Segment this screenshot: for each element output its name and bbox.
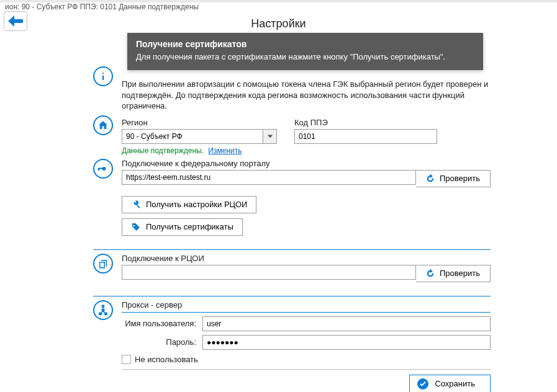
key-icon [93,159,113,179]
region-confirm: Данные подтверждены. Изменить [122,146,277,155]
back-button[interactable] [4,11,27,31]
refresh-icon [426,174,435,183]
federal-label: Подключение к федеральному порталу [122,159,491,168]
svg-rect-1 [102,308,105,311]
federal-check-button[interactable]: Проверить [416,170,491,187]
rcoi-input[interactable] [122,265,416,280]
get-settings-label: Получить настройки РЦОИ [146,200,247,209]
divider [122,312,491,313]
federal-check-label: Проверить [440,174,480,183]
proxy-user-label: Имя пользователя: [122,319,196,328]
proxy-user-input[interactable] [202,316,491,331]
dont-use-checkbox[interactable] [122,355,131,364]
svg-rect-3 [104,312,107,314]
info-text: При выполнении авторизации с помощью ток… [122,79,491,112]
copy-icon [93,254,113,274]
save-button[interactable]: Сохранить [409,375,491,392]
region-confirm-ok: Данные подтверждены. [122,146,204,155]
proxy-heading: Прокси - сервер [122,300,491,310]
dont-use-label: Не использовать [135,355,198,364]
tag-icon [131,222,141,232]
ppe-label: Код ППЭ [294,118,437,127]
check-circle-icon [417,378,428,390]
region-value[interactable] [122,130,263,143]
get-certs-label: Получить сертификаты [146,222,233,231]
rcoi-label: Подключение к РЦОИ [122,254,491,263]
page-title: Настройки [0,17,557,30]
svg-rect-0 [102,305,105,307]
divider [93,249,491,250]
divider [122,369,491,370]
tooltip-get-certs: Получение сертификатов Для получения пак… [127,33,483,70]
get-settings-button[interactable]: Получить настройки РЦОИ [122,196,256,213]
get-certs-button[interactable]: Получить сертификаты [122,218,243,236]
rcoi-check-label: Проверить [440,269,480,278]
divider [93,296,491,296]
chevron-down-icon[interactable] [263,130,276,143]
arrow-left-icon [8,16,23,27]
home-icon [93,115,113,135]
region-label: Регион [122,118,277,127]
tooltip-title: Получение сертификатов [136,39,474,49]
region-select[interactable] [122,129,277,144]
proxy-pass-label: Пароль: [122,337,196,347]
federal-url-input[interactable] [122,170,416,185]
info-icon [93,66,113,86]
ppe-input[interactable] [294,129,437,144]
region-change-link[interactable]: Изменить [208,146,242,155]
save-label: Сохранить [435,379,475,388]
tools-icon [131,200,141,210]
proxy-pass-input[interactable] [202,335,491,350]
refresh-icon [426,269,435,278]
tooltip-text: Для получения пакета с сертификатами наж… [136,51,474,63]
network-icon [93,300,113,320]
status-strip: ион: 90 - Субъект РФ ППЭ: 0101 Данные по… [0,2,557,12]
rcoi-check-button[interactable]: Проверить [416,265,491,282]
svg-rect-2 [99,312,102,314]
